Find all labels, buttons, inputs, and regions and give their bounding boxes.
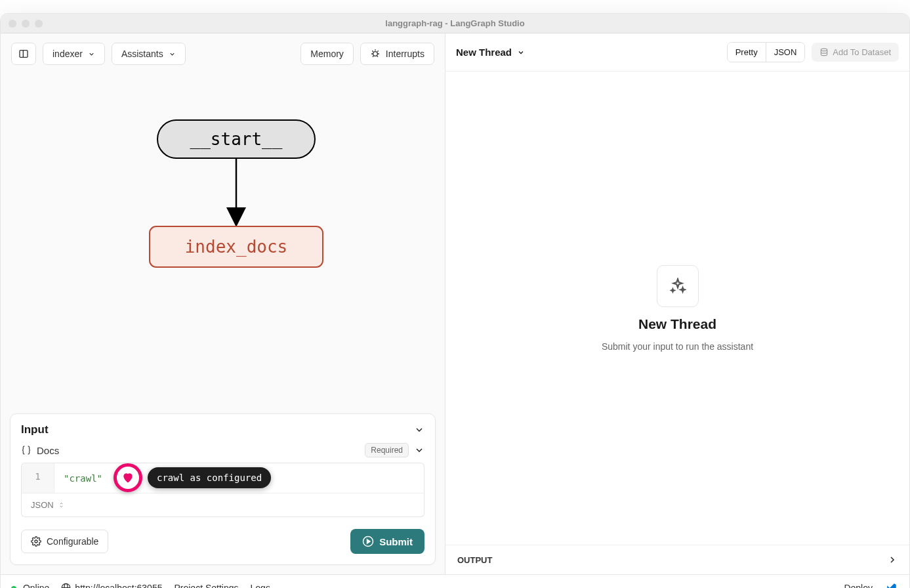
- pretty-toggle[interactable]: Pretty: [728, 43, 766, 62]
- submit-label: Submit: [379, 536, 413, 547]
- input-title: Input: [21, 423, 49, 436]
- submit-button[interactable]: Submit: [350, 529, 424, 554]
- globe-icon: [61, 583, 71, 588]
- editor-mode-label: JSON: [31, 500, 54, 510]
- svg-line-8: [373, 56, 373, 56]
- vscode-button[interactable]: [884, 581, 899, 589]
- thread-dropdown[interactable]: New Thread: [456, 47, 525, 58]
- sparkle-icon: [669, 278, 686, 295]
- configurable-button[interactable]: Configurable: [21, 530, 108, 553]
- server-url[interactable]: http://localhost:63055: [61, 583, 162, 589]
- required-badge: Required: [365, 443, 409, 457]
- gutter: 1: [22, 463, 54, 493]
- left-pane: indexer Assistants Memory Interrupts: [1, 33, 445, 574]
- interrupts-button[interactable]: Interrupts: [360, 43, 434, 65]
- docs-label: Docs: [37, 445, 59, 456]
- panel-footer: Configurable Submit: [21, 529, 424, 554]
- chevron-right-icon: [887, 555, 898, 565]
- heart-badge[interactable]: [114, 463, 142, 492]
- deploy-link[interactable]: Deploy: [844, 583, 873, 589]
- input-panel: Input Docs Required 1 "crawl": [10, 413, 436, 565]
- editor-mode-selector[interactable]: JSON: [21, 493, 424, 517]
- sort-icon: [58, 501, 65, 509]
- graph-node-start-label: __start__: [190, 129, 282, 150]
- svg-marker-12: [367, 539, 371, 543]
- heart-icon: [121, 471, 134, 484]
- database-icon: [819, 48, 829, 57]
- panel-icon: [18, 49, 29, 59]
- annotation-tooltip: crawl as configured: [148, 467, 271, 488]
- input-header: Input: [21, 423, 424, 436]
- memory-label: Memory: [310, 49, 344, 59]
- empty-subtitle: Submit your input to run the assistant: [602, 341, 753, 352]
- chevron-down-icon[interactable]: [414, 425, 424, 435]
- server-url-label: http://localhost:63055: [75, 583, 162, 589]
- output-section-toggle[interactable]: OUTPUT: [445, 545, 909, 574]
- braces-icon: [21, 445, 31, 455]
- assistants-dropdown[interactable]: Assistants: [112, 43, 186, 65]
- logs-link[interactable]: Logs: [251, 583, 270, 589]
- titlebar: langgraph-rag - LangGraph Studio: [1, 14, 909, 33]
- chevron-down-icon: [517, 49, 525, 56]
- statusbar: Online http://localhost:63055 Project Se…: [1, 574, 909, 588]
- svg-line-9: [377, 56, 378, 56]
- json-toggle[interactable]: JSON: [766, 43, 805, 62]
- graph-selector-label: indexer: [52, 49, 83, 59]
- graph-canvas[interactable]: __start__ index_docs: [1, 74, 445, 404]
- code-editor[interactable]: 1 "crawl" crawl as configured: [21, 463, 424, 493]
- view-toggle: Pretty JSON: [727, 42, 806, 62]
- window-title: langgraph-rag - LangGraph Studio: [1, 18, 909, 28]
- status-dot-icon: [11, 586, 16, 589]
- empty-title: New Thread: [638, 316, 716, 332]
- sparkle-box: [657, 265, 699, 307]
- online-status: Online: [11, 583, 49, 589]
- right-toolbar: New Thread Pretty JSON Add To Dataset: [445, 33, 909, 72]
- app-window: langgraph-rag - LangGraph Studio indexer…: [0, 13, 910, 588]
- thread-label: New Thread: [456, 47, 512, 58]
- interrupts-label: Interrupts: [386, 49, 424, 59]
- add-to-dataset-button[interactable]: Add To Dataset: [812, 43, 899, 62]
- right-body: New Thread Submit your input to run the …: [445, 72, 909, 545]
- bug-icon: [370, 49, 381, 59]
- output-label: OUTPUT: [457, 555, 492, 565]
- project-settings-link[interactable]: Project Settings: [174, 583, 238, 589]
- graph-selector-dropdown[interactable]: indexer: [43, 43, 105, 65]
- toggle-sidebar-button[interactable]: [11, 43, 36, 65]
- svg-point-13: [821, 49, 827, 51]
- play-circle-icon: [362, 536, 374, 547]
- right-pane: New Thread Pretty JSON Add To Dataset Ne…: [445, 33, 909, 574]
- svg-line-5: [377, 51, 378, 51]
- docs-row: Docs Required: [21, 443, 424, 457]
- svg-point-2: [373, 52, 378, 56]
- assistants-label: Assistants: [121, 49, 163, 59]
- graph-svg: __start__ index_docs: [92, 114, 354, 324]
- vscode-icon: [886, 582, 898, 589]
- annotation: crawl as configured: [114, 463, 271, 492]
- line-number: 1: [35, 471, 40, 482]
- memory-button[interactable]: Memory: [300, 43, 354, 65]
- online-label: Online: [23, 583, 49, 589]
- left-toolbar: indexer Assistants Memory Interrupts: [1, 33, 445, 74]
- content: indexer Assistants Memory Interrupts: [1, 33, 909, 574]
- graph-node-index-docs-label: index_docs: [184, 237, 287, 257]
- chevron-down-icon: [169, 51, 176, 58]
- code-value: "crawl": [64, 473, 102, 484]
- chevron-down-icon[interactable]: [414, 445, 424, 455]
- configurable-label: Configurable: [47, 536, 98, 547]
- gear-icon: [31, 536, 41, 547]
- chevron-down-icon: [88, 51, 95, 58]
- svg-point-10: [35, 540, 37, 543]
- add-to-dataset-label: Add To Dataset: [833, 47, 891, 57]
- svg-line-4: [372, 51, 373, 51]
